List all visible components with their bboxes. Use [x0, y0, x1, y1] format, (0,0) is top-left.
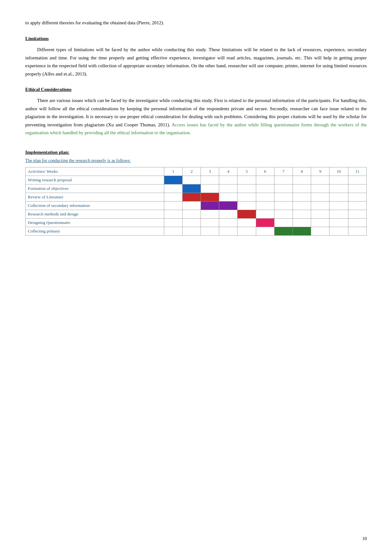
table-cell — [274, 210, 292, 218]
table-cell — [274, 193, 292, 201]
table-cell — [182, 227, 201, 235]
table-cell — [256, 176, 274, 184]
table-row: Designing Questionnaire — [26, 218, 367, 227]
table-cell — [293, 210, 311, 218]
table-cell — [219, 176, 238, 184]
table-row: Collecting primary — [26, 227, 367, 235]
table-cell — [219, 227, 238, 235]
table-cell — [329, 218, 348, 227]
table-header-cell: 11 — [348, 167, 366, 176]
table-cell — [256, 210, 274, 218]
table-cell — [329, 184, 348, 193]
table-header-cell: 9 — [311, 167, 329, 176]
limitations-heading: Limitations — [25, 36, 367, 41]
table-cell — [201, 227, 219, 235]
table-cell — [293, 184, 311, 193]
table-cell — [238, 176, 256, 184]
table-row-label: Designing Questionnaire — [26, 218, 164, 227]
table-row-label: Collecting primary — [26, 227, 164, 235]
table-cell — [201, 210, 219, 218]
limitations-paragraph: Different types of limitations will be f… — [25, 46, 367, 78]
table-row-label: Research methods and design — [26, 210, 164, 218]
table-row-label: Review of Literature — [26, 193, 164, 201]
table-header-cell: 4 — [219, 167, 238, 176]
limitations-section: Limitations Different types of limitatio… — [25, 36, 367, 78]
table-cell — [329, 176, 348, 184]
table-cell — [348, 227, 366, 235]
table-cell — [329, 201, 348, 210]
table-cell — [238, 210, 256, 218]
table-row: Formation of objectives — [26, 184, 367, 193]
table-cell — [348, 218, 366, 227]
table-cell — [201, 193, 219, 201]
table-cell — [219, 184, 238, 193]
table-cell — [293, 201, 311, 210]
table-cell — [311, 227, 329, 235]
table-cell — [274, 227, 292, 235]
table-cell — [164, 210, 182, 218]
table-cell — [293, 227, 311, 235]
table-cell — [256, 227, 274, 235]
table-cell — [238, 184, 256, 193]
table-cell — [311, 184, 329, 193]
table-row: Research methods and design — [26, 210, 367, 218]
table-cell — [182, 193, 201, 201]
table-cell — [329, 227, 348, 235]
table-cell — [274, 184, 292, 193]
table-cell — [238, 193, 256, 201]
table-cell — [164, 201, 182, 210]
table-cell — [329, 193, 348, 201]
table-cell — [164, 176, 182, 184]
table-cell — [311, 218, 329, 227]
table-cell — [329, 210, 348, 218]
table-cell — [219, 193, 238, 201]
table-cell — [164, 218, 182, 227]
table-header-cell: 2 — [182, 167, 201, 176]
ethical-heading: Ethical Considerations — [25, 87, 367, 92]
table-cell — [201, 184, 219, 193]
implementation-heading: Implementation plan: — [25, 150, 367, 155]
intro-paragraph: to apply different theories for evaluati… — [25, 19, 367, 27]
table-cell — [219, 201, 238, 210]
table-cell — [256, 193, 274, 201]
table-cell — [182, 201, 201, 210]
table-cell — [311, 176, 329, 184]
table-cell — [293, 218, 311, 227]
table-row-label: Formation of objectives — [26, 184, 164, 193]
implementation-section: Implementation plan: The plan for conduc… — [25, 150, 367, 236]
table-cell — [164, 193, 182, 201]
table-cell — [348, 201, 366, 210]
table-cell — [201, 201, 219, 210]
table-cell — [311, 201, 329, 210]
table-cell — [274, 218, 292, 227]
table-cell — [348, 184, 366, 193]
table-row: Review of Literature — [26, 193, 367, 201]
table-row-label: Writing research proposal — [26, 176, 164, 184]
table-header-cell: 6 — [256, 167, 274, 176]
table-header-cell: 7 — [274, 167, 292, 176]
table-cell — [293, 176, 311, 184]
plan-subtitle: The plan for conducting the research pro… — [25, 158, 367, 163]
table-cell — [256, 201, 274, 210]
table-cell — [274, 176, 292, 184]
table-row: Collection of secondary information — [26, 201, 367, 210]
table-cell — [311, 193, 329, 201]
table-cell — [182, 218, 201, 227]
table-header-cell: 8 — [293, 167, 311, 176]
table-header-cell: 1 — [164, 167, 182, 176]
table-cell — [182, 184, 201, 193]
table-cell — [182, 210, 201, 218]
table-header-cell: 3 — [201, 167, 219, 176]
table-header-cell: 5 — [238, 167, 256, 176]
table-cell — [219, 218, 238, 227]
table-cell — [201, 218, 219, 227]
table-header-cell: Activities/ Weeks — [26, 167, 164, 176]
table-cell — [311, 210, 329, 218]
table-cell — [164, 184, 182, 193]
implementation-table: Activities/ Weeks1234567891011 Writing r… — [25, 167, 367, 236]
table-cell — [238, 227, 256, 235]
table-cell — [293, 193, 311, 201]
table-row: Writing research proposal — [26, 176, 367, 184]
ethical-section: Ethical Considerations There are various… — [25, 87, 367, 137]
table-cell — [256, 218, 274, 227]
